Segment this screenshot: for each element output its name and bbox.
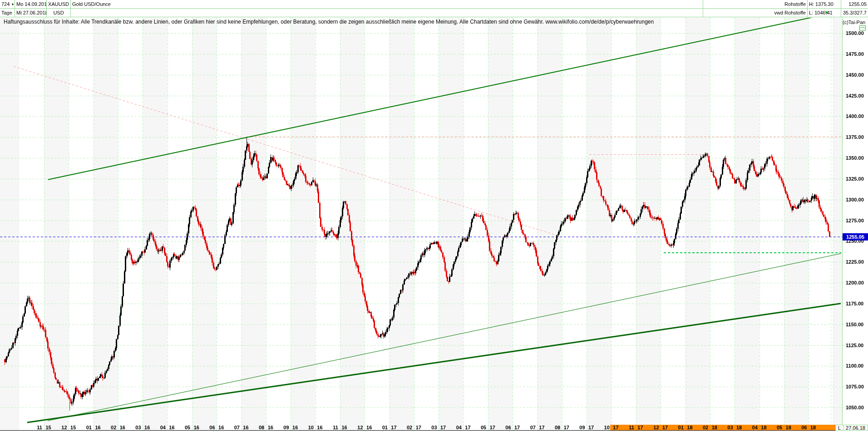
date-axis-label: 01 17 [382, 425, 397, 430]
disclaimer-text: Haftungsausschluss für Inhalte: Alle Tre… [4, 19, 654, 25]
price-axis-label: 1275.00 [846, 218, 868, 223]
date-axis-label: 09 16 [283, 425, 298, 430]
date-axis-label: 12 16 [357, 425, 372, 430]
last-price-cell: 1255.05 [841, 0, 868, 9]
date-axis-label: 08 16 [259, 425, 273, 430]
price-axis-label: 1150.00 [846, 322, 868, 327]
date-axis-label: 02 17 [407, 425, 421, 430]
date-axis-label: 03 18 [727, 425, 742, 430]
trendline-arrow-icon: ▼ [824, 10, 829, 15]
price-axis-label: 1350.00 [846, 155, 868, 161]
timeframe-dropdown[interactable]: Tage ▼ [0, 9, 15, 17]
date-axis-label: 12 15 [61, 425, 76, 430]
period-high-cell: H: 1375.30 [808, 0, 841, 9]
date-axis-label: 06 16 [209, 425, 224, 430]
corner-end-date-cell: 27.06.18 [843, 425, 868, 431]
candlestick-chart-canvas[interactable] [0, 0, 868, 432]
price-axis-label: 1475.00 [846, 51, 868, 57]
price-axis-label: 1100.00 [846, 363, 868, 368]
date-axis-label: 02 16 [111, 425, 125, 430]
axis-baseline [0, 430, 843, 431]
group-cell: Rohstoffe [703, 0, 808, 9]
feed-cell: vwd Rohstoffe [703, 9, 808, 17]
price-axis-label: 1500.00 [846, 30, 868, 36]
date-axis-label: 08 17 [555, 425, 569, 430]
corner-l-cell: L [835, 425, 843, 431]
price-axis-label: 1175.00 [846, 301, 868, 306]
price-axis-border [842, 17, 843, 431]
taipan-chart-window: 724 ▼ Mo 14.09.2015 XAUUSD Gold USD/Ounc… [0, 0, 868, 432]
date-axis-label: 07 16 [234, 425, 249, 430]
start-date-cell: Mo 14.09.2015 [15, 0, 47, 9]
copyright-label: (c)Tai-Pan [843, 20, 865, 25]
price-axis-label: 1300.00 [846, 197, 868, 202]
range-info-cell: 35.3/327.7 [841, 9, 868, 17]
date-axis-label: 03 17 [431, 425, 446, 430]
date-axis-label: 05 18 [777, 425, 791, 430]
date-axis-label: 05 17 [481, 425, 495, 430]
end-date-cell: Mi 27.06.2018 [15, 9, 47, 17]
date-axis-label: 01 18 [678, 425, 693, 430]
price-axis-label: 1125.00 [846, 343, 868, 348]
price-axis-label: 1425.00 [846, 93, 868, 98]
last-price-tag: 1255.05 [843, 233, 868, 241]
date-axis-label: 01 16 [86, 425, 101, 430]
panel-toggle-icon[interactable] [859, 25, 866, 30]
date-axis-label: 11 16 [333, 425, 347, 430]
periods-value: 724 [1, 1, 10, 7]
date-axis-label: 04 17 [456, 425, 471, 430]
price-axis-label: 1050.00 [846, 405, 868, 410]
price-axis-label: 1200.00 [846, 280, 868, 285]
periods-dropdown[interactable]: 724 ▼ [0, 0, 15, 9]
price-axis-label: 1075.00 [846, 384, 868, 389]
price-axis-label: 1325.00 [846, 176, 868, 182]
empty-cell [71, 9, 703, 17]
date-axis-label: 03 16 [135, 425, 150, 430]
date-axis-label: 02 18 [703, 425, 717, 430]
date-axis-label: 10 17 [604, 425, 619, 430]
date-axis-label: 06 17 [505, 425, 520, 430]
date-axis-label: 09 17 [579, 425, 594, 430]
date-axis-label: 11 17 [629, 425, 643, 430]
price-axis-label: 1225.00 [846, 259, 868, 265]
date-axis-label: 11 15 [37, 425, 51, 430]
date-axis-label: 06 18 [801, 425, 816, 430]
chevron-down-icon: ▼ [11, 3, 14, 6]
price-axis-label: 1375.00 [846, 134, 868, 140]
date-axis-label: 12 17 [653, 425, 668, 430]
date-axis-label: 10 16 [308, 425, 323, 430]
date-axis-label: 07 17 [530, 425, 545, 430]
date-axis-label: 04 18 [752, 425, 767, 430]
date-axis-label: 05 16 [185, 425, 199, 430]
currency-cell: USD [47, 9, 71, 17]
timeframe-value: Tage [1, 10, 12, 15]
price-axis-label: 1400.00 [846, 113, 868, 119]
instrument-name-cell: Gold USD/Ounce [71, 0, 703, 9]
date-axis-label: 04 16 [160, 425, 175, 430]
price-axis-label: 1450.00 [846, 72, 868, 78]
symbol-cell: XAUUSD [47, 0, 71, 9]
